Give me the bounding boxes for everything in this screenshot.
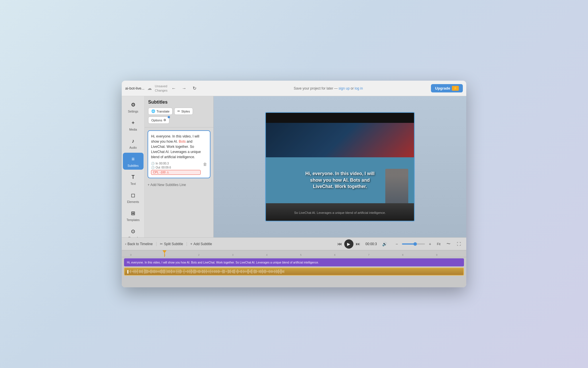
skip-back-button[interactable]: ⏮ <box>337 241 342 247</box>
zoom-slider[interactable] <box>402 243 425 245</box>
sign-up-link[interactable]: sign up <box>339 86 350 90</box>
waveform-bar <box>282 270 283 272</box>
waveform-bar <box>168 270 169 273</box>
waveform-bar <box>258 271 258 272</box>
add-subtitle-button[interactable]: + Add Subtitle <box>187 242 216 246</box>
waveform-bar <box>254 270 255 274</box>
sidebar-item-settings[interactable]: ⚙ Settings <box>123 98 144 115</box>
waveform-bar <box>236 270 237 272</box>
skip-forward-button[interactable]: ⏭ <box>356 241 360 247</box>
waveform-bar <box>193 270 194 274</box>
upgrade-button[interactable]: Upgrade ⚡ <box>431 84 463 92</box>
waveform-bar <box>167 270 167 274</box>
audio-waveform <box>129 269 462 274</box>
sidebar-item-media[interactable]: + Media <box>123 117 144 133</box>
waveform-bar <box>190 271 190 272</box>
waveform-bar <box>253 271 253 272</box>
waveform-bar <box>167 270 168 273</box>
playback-controls: ⏮ ▶ ⏭ 00:00:3 🔊 − + Fit 〜 ⛶ <box>337 239 463 249</box>
split-subtitle-button[interactable]: ✂ Split Subtitle <box>156 242 187 246</box>
waveform-bar <box>192 271 193 272</box>
waveform-bar <box>243 270 244 274</box>
sidebar-item-templates[interactable]: ⊞ Templates <box>123 207 144 224</box>
waveform-bar <box>210 271 210 272</box>
waveform-bar <box>172 270 172 273</box>
subtitle-highlight: Bots <box>179 140 186 144</box>
waveform-bar <box>189 270 189 274</box>
back-to-timeline-button[interactable]: ‹ Back to Timeline <box>125 242 156 246</box>
zoom-in-button[interactable]: + <box>426 240 434 248</box>
subtitle-track-text: Hi, everyone. In this video, I will show… <box>127 261 319 264</box>
volume-button[interactable]: 🔊 <box>382 242 387 246</box>
waveform-bar <box>186 271 187 272</box>
undo-button[interactable]: ← <box>170 84 178 92</box>
waveform-bar <box>141 270 141 273</box>
waveform-bar <box>179 270 180 273</box>
subtitle-card[interactable]: Hi, everyone. In this video, I will show… <box>148 130 210 178</box>
video-bottom-bar: So LiveChat AI. Leverages a unique blend… <box>266 203 414 221</box>
video-preview: Hi, everyone. In this video, I willshow … <box>214 96 466 237</box>
ruler-mark-9: 9 <box>436 253 438 256</box>
waveform-bar <box>134 270 134 274</box>
waveform-bar <box>178 269 178 274</box>
styles-icon: ✏ <box>177 109 180 113</box>
waveform-bar <box>185 271 186 272</box>
playhead[interactable] <box>164 250 165 257</box>
waveform-bar <box>155 270 156 273</box>
fullscreen-button[interactable]: ⛶ <box>455 240 463 248</box>
waveform-button[interactable]: 〜 <box>444 240 452 248</box>
fit-button[interactable]: Fit <box>435 241 442 247</box>
sidebar-item-text[interactable]: T Text <box>123 171 144 188</box>
sidebar-item-audio[interactable]: ♪ Audio <box>123 135 144 152</box>
styles-button[interactable]: ✏ Styles <box>174 108 193 115</box>
sidebar-item-subtitles[interactable]: ≡ Subtitles <box>123 153 144 170</box>
play-button[interactable]: ▶ <box>344 239 353 249</box>
zoom-thumb <box>413 242 417 246</box>
waveform-bar <box>132 271 133 272</box>
ruler-mark-4: 4 <box>266 253 268 256</box>
zoom-out-button[interactable]: − <box>393 240 401 248</box>
waveform-bar <box>271 270 271 273</box>
waveform-bar <box>201 271 202 272</box>
audio-track-icon: ▐ <box>126 270 128 273</box>
translate-icon: 🌐 <box>151 109 155 113</box>
waveform-bar <box>216 270 216 273</box>
translate-button[interactable]: 🌐 Translate <box>148 108 173 115</box>
delete-subtitle-button[interactable]: 🗑 <box>203 162 207 166</box>
waveform-bar <box>207 271 208 272</box>
waveform-bar <box>181 270 182 273</box>
add-new-subtitles-line-button[interactable]: + Add New Subtitles Line <box>148 181 210 189</box>
waveform-bar <box>185 271 185 272</box>
video-container: Hi, everyone. In this video, I willshow … <box>214 96 466 237</box>
waveform-bar <box>138 271 139 272</box>
subtitle-meta: 🕐 In 00:00.3 🕐 Out 00:09.6 CPL <box>151 162 207 175</box>
sidebar-item-record[interactable]: ⊙ Record <box>123 225 144 237</box>
waveform-bar <box>227 271 227 272</box>
waveform-bar <box>276 270 276 274</box>
subtitle-text: Hi, everyone. In this video, I will show… <box>151 134 207 160</box>
waveform-bar <box>264 270 264 273</box>
video-subtitle-text: Hi, everyone. In this video, I willshow … <box>300 171 380 190</box>
waveform-bar <box>249 271 250 272</box>
waveform-bar <box>240 271 240 272</box>
waveform-bar <box>195 270 196 274</box>
refresh-button[interactable]: ↻ <box>190 84 198 92</box>
subtitles-title: Subtitles <box>148 100 210 105</box>
waveform-bar <box>145 270 146 274</box>
waveform-bar <box>245 270 245 272</box>
waveform-bar <box>257 271 258 272</box>
sidebar-item-elements[interactable]: ◻ Elements <box>123 189 144 206</box>
subtitle-track[interactable]: Hi, everyone. In this video, I will show… <box>124 258 464 266</box>
log-in-link[interactable]: log in <box>355 86 363 90</box>
audio-track[interactable]: ▐ <box>124 268 464 276</box>
waveform-bar <box>213 271 214 272</box>
waveform-bar <box>133 271 134 273</box>
options-button[interactable]: Options ⚙ <box>148 117 169 124</box>
waveform-bar <box>156 270 157 273</box>
waveform-bar <box>250 270 251 273</box>
redo-button[interactable]: → <box>180 84 188 92</box>
clock-out-icon: 🕐 <box>151 166 154 169</box>
waveform-bar <box>183 271 183 272</box>
waveform-bar <box>237 269 238 274</box>
waveform-bar <box>194 270 195 274</box>
